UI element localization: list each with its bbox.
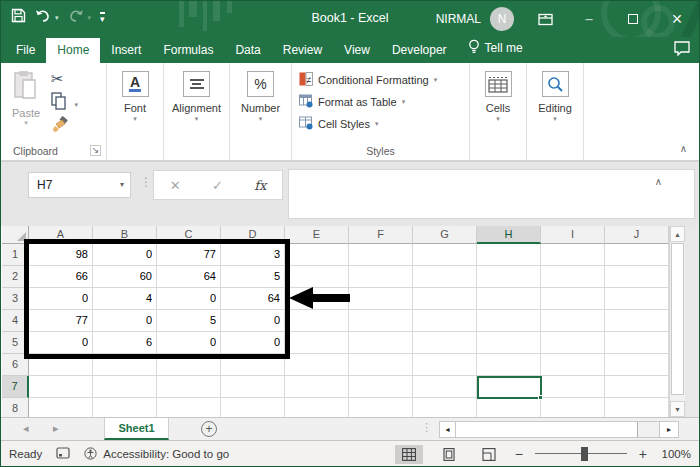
new-sheet-icon[interactable]: + [201, 421, 217, 437]
cell-A3[interactable]: 0 [29, 288, 93, 310]
row-header-8[interactable]: 8 [2, 398, 29, 417]
row-header-1[interactable]: 1 [2, 244, 29, 266]
cell-I8[interactable] [541, 398, 605, 417]
scroll-up-icon[interactable]: ▲ [670, 226, 685, 242]
cell-F6[interactable] [349, 354, 413, 376]
name-box-dropdown-icon[interactable]: ▾ [120, 173, 124, 197]
page-break-preview-icon[interactable] [475, 445, 503, 464]
zoom-slider-thumb[interactable] [581, 447, 588, 461]
name-box[interactable]: H7 ▾ [28, 172, 131, 198]
horizontal-scroll-thumb[interactable] [456, 422, 638, 437]
column-header-F[interactable]: F [349, 226, 413, 244]
scroll-right-icon[interactable]: ▸ [659, 422, 678, 437]
cell-F4[interactable] [349, 310, 413, 332]
prev-sheet-icon[interactable]: ◂ [23, 422, 29, 435]
cell-G7[interactable] [413, 376, 477, 398]
alignment-group[interactable]: Alignment ▾ [164, 63, 230, 160]
cut-icon[interactable]: ✂ [51, 70, 64, 87]
cell-G2[interactable] [413, 266, 477, 288]
cell-J3[interactable] [605, 288, 669, 310]
customize-qat-icon[interactable]: ▾ [100, 12, 105, 23]
column-header-G[interactable]: G [413, 226, 477, 244]
cancel-icon[interactable]: ✕ [170, 178, 181, 193]
horizontal-scrollbar[interactable]: ◂ ▸ [439, 421, 679, 438]
zoom-out-icon[interactable]: − [515, 446, 523, 462]
collapse-ribbon-icon[interactable]: ∧ [680, 143, 687, 154]
formula-input[interactable]: ∧ [288, 169, 695, 219]
cell-C8[interactable] [157, 398, 221, 417]
macro-record-icon[interactable] [56, 447, 70, 461]
cell-I2[interactable] [541, 266, 605, 288]
selected-cell-H7[interactable] [477, 376, 542, 399]
cell-J6[interactable] [605, 354, 669, 376]
enter-icon[interactable]: ✓ [212, 178, 223, 193]
cell-A1[interactable]: 98 [29, 244, 93, 266]
column-header-J[interactable]: J [605, 226, 669, 244]
column-header-D[interactable]: D [221, 226, 285, 244]
cell-F2[interactable] [349, 266, 413, 288]
scroll-left-icon[interactable]: ◂ [440, 422, 456, 437]
number-group[interactable]: % Number ▾ [230, 63, 292, 160]
cell-J4[interactable] [605, 310, 669, 332]
format-painter-icon[interactable] [51, 119, 69, 136]
cell-H1[interactable] [477, 244, 541, 266]
tab-review[interactable]: Review [272, 38, 333, 63]
formula-bar-collapse-icon[interactable]: ∧ [655, 176, 662, 187]
cell-G3[interactable] [413, 288, 477, 310]
cell-B6[interactable] [93, 354, 157, 376]
tab-home[interactable]: Home [46, 38, 100, 63]
tab-formulas[interactable]: Formulas [152, 38, 224, 63]
font-group[interactable]: A Font ▾ [107, 63, 164, 160]
cell-A2[interactable]: 66 [29, 266, 93, 288]
fill-handle[interactable] [538, 395, 543, 400]
cell-I3[interactable] [541, 288, 605, 310]
cell-G8[interactable] [413, 398, 477, 417]
cell-H2[interactable] [477, 266, 541, 288]
cell-C1[interactable]: 77 [157, 244, 221, 266]
cell-E4[interactable] [285, 310, 349, 332]
clipboard-dialog-launcher-icon[interactable]: ↘ [90, 145, 101, 156]
cell-I7[interactable] [541, 376, 605, 398]
row-header-4[interactable]: 4 [2, 310, 29, 332]
cell-G1[interactable] [413, 244, 477, 266]
cell-F8[interactable] [349, 398, 413, 417]
vertical-scrollbar[interactable]: ▲ ▼ [669, 226, 685, 417]
cell-F7[interactable] [349, 376, 413, 398]
row-header-2[interactable]: 2 [2, 266, 29, 288]
tab-file[interactable]: File [5, 38, 46, 63]
cell-A6[interactable] [29, 354, 93, 376]
cell-I4[interactable] [541, 310, 605, 332]
copy-icon[interactable] [51, 96, 71, 113]
cell-B2[interactable]: 60 [93, 266, 157, 288]
cell-D2[interactable]: 5 [221, 266, 285, 288]
cell-J2[interactable] [605, 266, 669, 288]
select-all-button[interactable] [2, 226, 29, 244]
cell-B3[interactable]: 4 [93, 288, 157, 310]
cell-H8[interactable] [477, 398, 541, 417]
cell-B7[interactable] [93, 376, 157, 398]
cell-H6[interactable] [477, 354, 541, 376]
column-header-A[interactable]: A [29, 226, 93, 244]
avatar[interactable]: N [490, 7, 514, 31]
tab-tell-me[interactable]: Tell me [458, 34, 533, 63]
cell-E1[interactable] [285, 244, 349, 266]
row-header-5[interactable]: 5 [2, 332, 29, 354]
column-header-C[interactable]: C [157, 226, 221, 244]
cell-B4[interactable]: 0 [93, 310, 157, 332]
cell-G6[interactable] [413, 354, 477, 376]
cell-J5[interactable] [605, 332, 669, 354]
cell-A8[interactable] [29, 398, 93, 417]
cell-C7[interactable] [157, 376, 221, 398]
cell-A5[interactable]: 0 [29, 332, 93, 354]
format-as-table-button[interactable]: Format as Table ▾ [292, 91, 469, 113]
cell-C3[interactable]: 0 [157, 288, 221, 310]
cell-I5[interactable] [541, 332, 605, 354]
cell-G4[interactable] [413, 310, 477, 332]
cell-D8[interactable] [221, 398, 285, 417]
cell-H4[interactable] [477, 310, 541, 332]
cell-G5[interactable] [413, 332, 477, 354]
zoom-percentage[interactable]: 100% [659, 448, 691, 460]
cell-E8[interactable] [285, 398, 349, 417]
cell-D6[interactable] [221, 354, 285, 376]
account-area[interactable]: NIRMAL N [436, 1, 514, 37]
